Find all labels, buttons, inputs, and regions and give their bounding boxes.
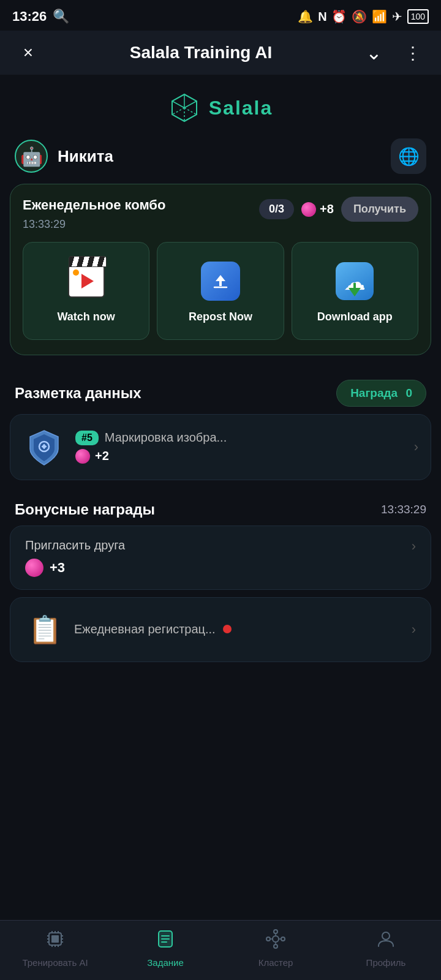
watch-icon-wrap [64,259,108,303]
nav-label-profile: Профиль [366,957,406,968]
task-label-watch: Watch now [58,311,115,323]
invite-info: Пригласить друга +3 [25,538,125,577]
svg-point-33 [274,930,277,933]
reward-label: Награда [350,386,398,399]
clapper-stripe [69,257,106,266]
gem-icon-invite [25,559,43,577]
airplane-icon: ✈ [392,9,402,24]
svg-rect-14 [51,935,59,943]
play-icon [81,274,94,288]
svg-point-35 [266,937,270,941]
markup-reward-row: +2 [75,449,404,464]
user-row: 🤖 Никита 🌐 [0,134,441,184]
invite-reward: +3 [25,559,125,577]
bonus-section-row: Бонусные награды 13:33:29 [0,486,441,526]
markup-badge-row: #5 Маркировка изобра... [75,431,404,445]
svg-line-6 [184,108,197,115]
cloud-download-icon: ☁ [336,262,374,300]
markup-item-name: Маркировка изобра... [105,431,227,445]
status-bar: 13:26 🔍 🔔 N ⏰ 🔕 📶 ✈ 100 [0,0,441,31]
cpu-icon [44,928,66,955]
invite-card-title: Пригласить друга [25,538,125,552]
nav-label-task: Задание [147,957,184,968]
combo-reward-points: +8 [320,202,334,216]
svg-point-32 [273,936,279,942]
nav-item-profile[interactable]: Профиль [349,928,423,968]
bottom-nav: Тренировать AI Задание [0,920,441,980]
search-icon[interactable]: 🔍 [53,9,69,24]
app-bar-icons: ⌄ ⋮ [360,39,426,66]
markup-info: #5 Маркировка изобра... +2 [75,431,404,464]
reward-badge[interactable]: Награда 0 [336,380,426,407]
globe-button[interactable]: 🌐 [391,138,426,174]
main-content: Salala 🤖 Никита 🌐 Еженедельное комбо 13:… [0,75,441,743]
dl-arrow [349,288,361,296]
cluster-icon [265,928,287,955]
svg-point-36 [281,937,285,941]
nav-label-cluster: Кластер [258,957,293,968]
logo-text: Salala [209,97,273,119]
combo-title: Еженедельное комбо [23,197,165,214]
more-options-button[interactable]: ⋮ [399,39,426,66]
nav-item-task[interactable]: Задание [129,928,202,968]
daily-chevron-icon: › [412,622,416,638]
task-card-download[interactable]: ☁ Download app [292,242,418,340]
nav-item-train[interactable]: Тренировать AI [18,928,92,968]
battery-icon: 100 [407,9,429,24]
combo-time: 13:33:29 [23,218,165,231]
data-markup-title: Разметка данных [15,385,141,402]
daily-title: Ежедневная регистрац... [74,622,216,636]
svg-point-41 [382,932,390,940]
combo-header: Еженедельное комбо 13:33:29 0/3 +8 Получ… [23,197,418,231]
dl-stem [353,283,356,288]
repost-icon-wrap [198,259,243,303]
mute-icon: 🔕 [352,9,367,24]
notification-icon: 🔔 [298,9,313,24]
nav-item-cluster[interactable]: Кластер [239,928,312,968]
app-bar: × Salala Training AI ⌄ ⋮ [0,31,441,75]
data-markup-section-row: Разметка данных Награда 0 [0,368,441,414]
close-button[interactable]: × [15,39,42,66]
nfc-icon: N [318,10,326,24]
daily-icon: 📋 [25,610,64,649]
clapper-top [69,256,107,267]
avatar-robot-icon: 🤖 [20,146,43,167]
download-arrow-wrap [349,283,361,296]
task-label-download: Download app [317,311,393,323]
status-right: 🔔 N ⏰ 🔕 📶 ✈ 100 [298,9,429,24]
repost-icon [201,262,240,301]
task-label-repost: Repost Now [189,311,252,323]
shield-icon-wrap [23,426,66,469]
reward-count: 0 [405,386,412,399]
svg-point-34 [274,944,277,948]
markup-num-badge: #5 [75,431,99,445]
task-icon [154,928,176,955]
task-card-watch[interactable]: Watch now [23,242,149,340]
chevron-right-icon: › [414,439,418,455]
svg-line-7 [172,108,184,115]
task-grid: Watch now Repost Now [23,242,418,340]
invite-points: +3 [50,560,65,576]
weekly-combo-card: Еженедельное комбо 13:33:29 0/3 +8 Получ… [10,184,431,355]
combo-right: 0/3 +8 Получить [259,197,418,222]
user-left: 🤖 Никита [15,140,113,173]
receive-button[interactable]: Получить [341,197,418,222]
invite-friend-card[interactable]: Пригласить друга +3 › [10,526,431,590]
combo-counter: 0/3 [259,199,294,219]
dropdown-button[interactable]: ⌄ [360,39,387,66]
daily-info: Ежедневная регистрац... [74,622,402,636]
daily-reg-card[interactable]: 📋 Ежедневная регистрац... › [10,597,431,662]
invite-card-inner: Пригласить друга +3 › [25,538,416,577]
task-card-repost[interactable]: Repost Now [157,242,284,340]
globe-icon: 🌐 [398,146,420,167]
download-icon-wrap: ☁ [333,259,377,303]
user-name: Никита [58,147,113,166]
avatar: 🤖 [15,140,48,173]
bonus-time: 13:33:29 [381,503,426,516]
markup-points: +2 [95,449,109,463]
profile-icon [375,928,397,955]
combo-reward: +8 [301,202,334,217]
invite-chevron-icon: › [412,538,416,554]
gem-icon-small [75,449,90,464]
markup-card[interactable]: #5 Маркировка изобра... +2 › [10,414,431,480]
